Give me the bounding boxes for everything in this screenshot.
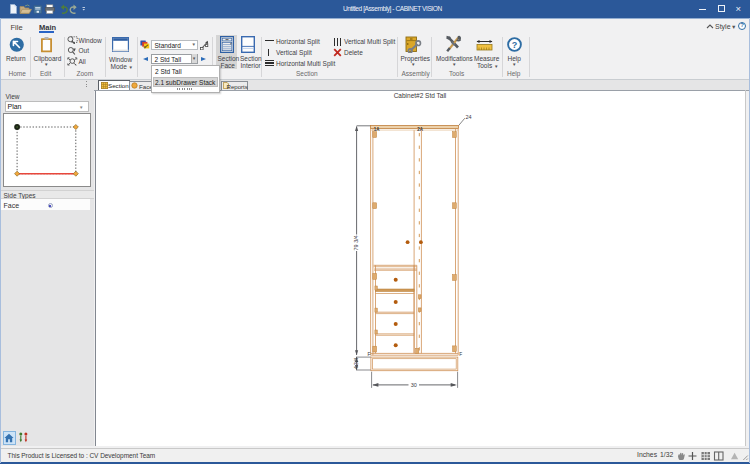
svg-text:2A: 2A bbox=[417, 127, 424, 132]
svg-text:?: ? bbox=[511, 39, 517, 49]
svg-text:24: 24 bbox=[466, 114, 472, 120]
svg-text:79 3/4: 79 3/4 bbox=[354, 235, 360, 250]
svg-text:Cabinet#2 Std Tall: Cabinet#2 Std Tall bbox=[394, 92, 447, 99]
svg-text:F: F bbox=[368, 352, 371, 357]
svg-text:4 3/4: 4 3/4 bbox=[353, 358, 359, 369]
svg-text:F: F bbox=[459, 352, 462, 357]
svg-text:1A: 1A bbox=[374, 127, 381, 132]
svg-text:30: 30 bbox=[411, 382, 417, 388]
